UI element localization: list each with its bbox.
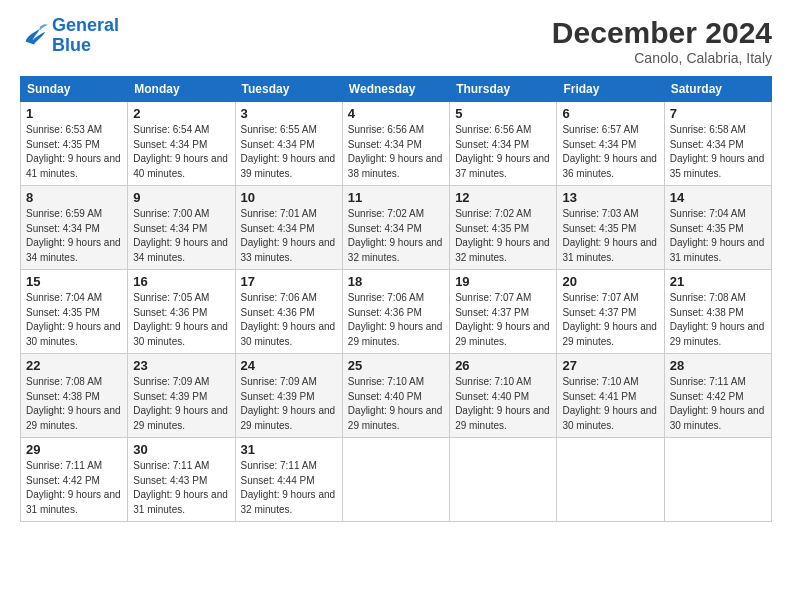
- table-row: 6 Sunrise: 6:57 AM Sunset: 4:34 PM Dayli…: [557, 102, 664, 186]
- col-saturday: Saturday: [664, 77, 771, 102]
- day-info: Sunrise: 7:06 AM Sunset: 4:36 PM Dayligh…: [241, 291, 337, 349]
- table-row: 13 Sunrise: 7:03 AM Sunset: 4:35 PM Dayl…: [557, 186, 664, 270]
- logo: General Blue: [20, 16, 119, 56]
- table-row: 19 Sunrise: 7:07 AM Sunset: 4:37 PM Dayl…: [450, 270, 557, 354]
- day-number: 6: [562, 106, 658, 121]
- col-thursday: Thursday: [450, 77, 557, 102]
- table-row: 31 Sunrise: 7:11 AM Sunset: 4:44 PM Dayl…: [235, 438, 342, 522]
- day-number: 29: [26, 442, 122, 457]
- week-row-1: 1 Sunrise: 6:53 AM Sunset: 4:35 PM Dayli…: [21, 102, 772, 186]
- day-number: 21: [670, 274, 766, 289]
- calendar-table: Sunday Monday Tuesday Wednesday Thursday…: [20, 76, 772, 522]
- day-number: 20: [562, 274, 658, 289]
- col-sunday: Sunday: [21, 77, 128, 102]
- table-row: 17 Sunrise: 7:06 AM Sunset: 4:36 PM Dayl…: [235, 270, 342, 354]
- day-info: Sunrise: 6:53 AM Sunset: 4:35 PM Dayligh…: [26, 123, 122, 181]
- week-row-5: 29 Sunrise: 7:11 AM Sunset: 4:42 PM Dayl…: [21, 438, 772, 522]
- day-number: 19: [455, 274, 551, 289]
- page-container: General Blue December 2024 Canolo, Calab…: [0, 0, 792, 532]
- day-number: 7: [670, 106, 766, 121]
- day-info: Sunrise: 7:11 AM Sunset: 4:42 PM Dayligh…: [670, 375, 766, 433]
- table-row: [342, 438, 449, 522]
- table-row: 8 Sunrise: 6:59 AM Sunset: 4:34 PM Dayli…: [21, 186, 128, 270]
- day-info: Sunrise: 6:58 AM Sunset: 4:34 PM Dayligh…: [670, 123, 766, 181]
- table-row: 24 Sunrise: 7:09 AM Sunset: 4:39 PM Dayl…: [235, 354, 342, 438]
- day-info: Sunrise: 7:10 AM Sunset: 4:40 PM Dayligh…: [455, 375, 551, 433]
- day-info: Sunrise: 6:56 AM Sunset: 4:34 PM Dayligh…: [455, 123, 551, 181]
- table-row: 30 Sunrise: 7:11 AM Sunset: 4:43 PM Dayl…: [128, 438, 235, 522]
- table-row: 27 Sunrise: 7:10 AM Sunset: 4:41 PM Dayl…: [557, 354, 664, 438]
- day-number: 14: [670, 190, 766, 205]
- table-row: 23 Sunrise: 7:09 AM Sunset: 4:39 PM Dayl…: [128, 354, 235, 438]
- day-number: 23: [133, 358, 229, 373]
- day-info: Sunrise: 7:11 AM Sunset: 4:44 PM Dayligh…: [241, 459, 337, 517]
- table-row: 29 Sunrise: 7:11 AM Sunset: 4:42 PM Dayl…: [21, 438, 128, 522]
- table-row: 3 Sunrise: 6:55 AM Sunset: 4:34 PM Dayli…: [235, 102, 342, 186]
- day-info: Sunrise: 6:55 AM Sunset: 4:34 PM Dayligh…: [241, 123, 337, 181]
- day-info: Sunrise: 7:02 AM Sunset: 4:34 PM Dayligh…: [348, 207, 444, 265]
- day-info: Sunrise: 7:09 AM Sunset: 4:39 PM Dayligh…: [241, 375, 337, 433]
- day-number: 26: [455, 358, 551, 373]
- day-info: Sunrise: 7:00 AM Sunset: 4:34 PM Dayligh…: [133, 207, 229, 265]
- day-number: 2: [133, 106, 229, 121]
- day-info: Sunrise: 7:09 AM Sunset: 4:39 PM Dayligh…: [133, 375, 229, 433]
- day-number: 17: [241, 274, 337, 289]
- day-number: 3: [241, 106, 337, 121]
- day-info: Sunrise: 7:04 AM Sunset: 4:35 PM Dayligh…: [26, 291, 122, 349]
- table-row: [557, 438, 664, 522]
- col-tuesday: Tuesday: [235, 77, 342, 102]
- calendar-header-row: Sunday Monday Tuesday Wednesday Thursday…: [21, 77, 772, 102]
- day-info: Sunrise: 6:54 AM Sunset: 4:34 PM Dayligh…: [133, 123, 229, 181]
- day-number: 10: [241, 190, 337, 205]
- day-info: Sunrise: 6:56 AM Sunset: 4:34 PM Dayligh…: [348, 123, 444, 181]
- title-block: December 2024 Canolo, Calabria, Italy: [552, 16, 772, 66]
- day-number: 4: [348, 106, 444, 121]
- day-number: 15: [26, 274, 122, 289]
- day-info: Sunrise: 7:10 AM Sunset: 4:41 PM Dayligh…: [562, 375, 658, 433]
- day-number: 5: [455, 106, 551, 121]
- day-info: Sunrise: 6:57 AM Sunset: 4:34 PM Dayligh…: [562, 123, 658, 181]
- col-friday: Friday: [557, 77, 664, 102]
- table-row: 25 Sunrise: 7:10 AM Sunset: 4:40 PM Dayl…: [342, 354, 449, 438]
- day-info: Sunrise: 7:08 AM Sunset: 4:38 PM Dayligh…: [26, 375, 122, 433]
- day-number: 8: [26, 190, 122, 205]
- page-header: General Blue December 2024 Canolo, Calab…: [20, 16, 772, 66]
- logo-text: General Blue: [52, 16, 119, 56]
- day-info: Sunrise: 7:06 AM Sunset: 4:36 PM Dayligh…: [348, 291, 444, 349]
- day-number: 13: [562, 190, 658, 205]
- week-row-4: 22 Sunrise: 7:08 AM Sunset: 4:38 PM Dayl…: [21, 354, 772, 438]
- table-row: 12 Sunrise: 7:02 AM Sunset: 4:35 PM Dayl…: [450, 186, 557, 270]
- day-number: 27: [562, 358, 658, 373]
- table-row: 4 Sunrise: 6:56 AM Sunset: 4:34 PM Dayli…: [342, 102, 449, 186]
- table-row: 28 Sunrise: 7:11 AM Sunset: 4:42 PM Dayl…: [664, 354, 771, 438]
- day-info: Sunrise: 7:07 AM Sunset: 4:37 PM Dayligh…: [455, 291, 551, 349]
- day-number: 25: [348, 358, 444, 373]
- week-row-2: 8 Sunrise: 6:59 AM Sunset: 4:34 PM Dayli…: [21, 186, 772, 270]
- table-row: 9 Sunrise: 7:00 AM Sunset: 4:34 PM Dayli…: [128, 186, 235, 270]
- week-row-3: 15 Sunrise: 7:04 AM Sunset: 4:35 PM Dayl…: [21, 270, 772, 354]
- table-row: 1 Sunrise: 6:53 AM Sunset: 4:35 PM Dayli…: [21, 102, 128, 186]
- day-number: 1: [26, 106, 122, 121]
- location-subtitle: Canolo, Calabria, Italy: [552, 50, 772, 66]
- table-row: 18 Sunrise: 7:06 AM Sunset: 4:36 PM Dayl…: [342, 270, 449, 354]
- table-row: 14 Sunrise: 7:04 AM Sunset: 4:35 PM Dayl…: [664, 186, 771, 270]
- table-row: 11 Sunrise: 7:02 AM Sunset: 4:34 PM Dayl…: [342, 186, 449, 270]
- day-info: Sunrise: 7:11 AM Sunset: 4:42 PM Dayligh…: [26, 459, 122, 517]
- day-number: 24: [241, 358, 337, 373]
- table-row: 22 Sunrise: 7:08 AM Sunset: 4:38 PM Dayl…: [21, 354, 128, 438]
- table-row: 16 Sunrise: 7:05 AM Sunset: 4:36 PM Dayl…: [128, 270, 235, 354]
- day-info: Sunrise: 7:05 AM Sunset: 4:36 PM Dayligh…: [133, 291, 229, 349]
- table-row: 10 Sunrise: 7:01 AM Sunset: 4:34 PM Dayl…: [235, 186, 342, 270]
- table-row: 5 Sunrise: 6:56 AM Sunset: 4:34 PM Dayli…: [450, 102, 557, 186]
- logo-icon: [20, 22, 48, 50]
- day-info: Sunrise: 7:01 AM Sunset: 4:34 PM Dayligh…: [241, 207, 337, 265]
- table-row: [450, 438, 557, 522]
- day-info: Sunrise: 6:59 AM Sunset: 4:34 PM Dayligh…: [26, 207, 122, 265]
- day-info: Sunrise: 7:04 AM Sunset: 4:35 PM Dayligh…: [670, 207, 766, 265]
- day-number: 9: [133, 190, 229, 205]
- day-info: Sunrise: 7:08 AM Sunset: 4:38 PM Dayligh…: [670, 291, 766, 349]
- table-row: 7 Sunrise: 6:58 AM Sunset: 4:34 PM Dayli…: [664, 102, 771, 186]
- table-row: 15 Sunrise: 7:04 AM Sunset: 4:35 PM Dayl…: [21, 270, 128, 354]
- day-info: Sunrise: 7:02 AM Sunset: 4:35 PM Dayligh…: [455, 207, 551, 265]
- day-info: Sunrise: 7:10 AM Sunset: 4:40 PM Dayligh…: [348, 375, 444, 433]
